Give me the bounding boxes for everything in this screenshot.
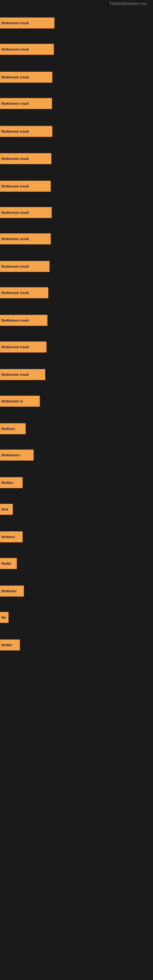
- bottleneck-bar-21[interactable]: Bottle: [0, 558, 17, 569]
- bottleneck-bar-label-20: Bottlene: [2, 535, 15, 539]
- bottleneck-bar-24[interactable]: Bottler: [0, 640, 20, 651]
- bottleneck-bar-1[interactable]: Bottleneck result: [0, 18, 54, 29]
- bottleneck-bar-9[interactable]: Bottleneck result: [0, 233, 51, 244]
- bottleneck-bar-17[interactable]: Bottleneck r: [0, 450, 33, 461]
- bottleneck-bar-20[interactable]: Bottlene: [0, 531, 22, 542]
- bottleneck-bar-label-17: Bottleneck r: [2, 453, 21, 457]
- bottleneck-bar-4[interactable]: Bottleneck result: [0, 98, 52, 109]
- bottleneck-bar-label-15: Bottleneck re: [2, 399, 23, 403]
- bottleneck-bar-19[interactable]: Bott: [0, 504, 13, 515]
- bottleneck-bar-label-9: Bottleneck result: [2, 237, 29, 241]
- bottleneck-bar-5[interactable]: Bottleneck result: [0, 126, 52, 137]
- bottleneck-bar-label-8: Bottleneck result: [2, 211, 29, 215]
- bottleneck-bar-label-2: Bottleneck result: [2, 48, 29, 51]
- bottleneck-bar-label-18: Bottlen: [2, 481, 13, 485]
- bottleneck-bar-11[interactable]: Bottleneck result: [0, 287, 48, 298]
- bottleneck-bar-15[interactable]: Bottleneck re: [0, 396, 40, 407]
- bottleneck-bar-label-19: Bott: [2, 508, 8, 511]
- bottleneck-bar-label-24: Bottler: [2, 643, 12, 647]
- site-title: TheBottlenecker.com: [110, 1, 147, 6]
- bottleneck-bar-label-16: Bottlene: [2, 427, 15, 431]
- bottleneck-bar-label-4: Bottleneck result: [2, 102, 29, 105]
- bottleneck-bar-label-7: Bottleneck result: [2, 185, 29, 188]
- bottleneck-bar-23[interactable]: Bo: [0, 612, 9, 623]
- bottleneck-bar-label-14: Bottleneck result: [2, 373, 29, 376]
- bottleneck-bar-6[interactable]: Bottleneck result: [0, 153, 51, 164]
- bottleneck-bar-16[interactable]: Bottlene: [0, 423, 26, 434]
- bottleneck-bar-10[interactable]: Bottleneck result: [0, 261, 49, 272]
- bottleneck-bar-label-12: Bottleneck result: [2, 318, 29, 322]
- bottleneck-bar-label-21: Bottle: [2, 562, 11, 565]
- bottleneck-bar-label-11: Bottleneck result: [2, 291, 29, 294]
- bottleneck-bar-label-3: Bottleneck result: [2, 75, 29, 79]
- bottleneck-bar-label-1: Bottleneck result: [2, 21, 29, 25]
- bottleneck-bar-22[interactable]: Bottlenec: [0, 585, 24, 597]
- bottleneck-bar-13[interactable]: Bottleneck result: [0, 342, 46, 353]
- bottleneck-bar-7[interactable]: Bottleneck result: [0, 181, 51, 192]
- bottleneck-bar-label-22: Bottlenec: [2, 589, 17, 593]
- bottleneck-bar-2[interactable]: Bottleneck result: [0, 44, 54, 55]
- bottleneck-bar-label-5: Bottleneck result: [2, 130, 29, 133]
- bottleneck-bar-label-23: Bo: [2, 616, 6, 619]
- bottleneck-bar-label-6: Bottleneck result: [2, 157, 29, 161]
- bottleneck-bar-18[interactable]: Bottlen: [0, 477, 22, 488]
- bottleneck-bar-12[interactable]: Bottleneck result: [0, 315, 48, 326]
- bottleneck-bar-label-10: Bottleneck result: [2, 265, 29, 268]
- bottleneck-bar-14[interactable]: Bottleneck result: [0, 369, 45, 380]
- bottleneck-bar-8[interactable]: Bottleneck result: [0, 207, 52, 218]
- bottleneck-bar-label-13: Bottleneck result: [2, 345, 29, 349]
- bottleneck-bar-3[interactable]: Bottleneck result: [0, 72, 52, 83]
